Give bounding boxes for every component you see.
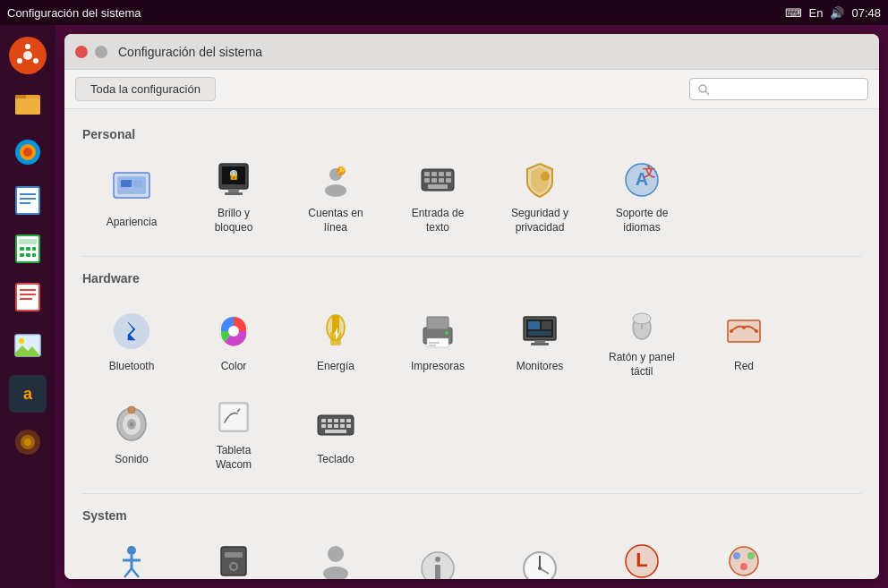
svg-point-1 [23, 51, 32, 60]
all-settings-button[interactable]: Toda la configuración [75, 77, 216, 101]
settings-sidebar-icon [12, 426, 44, 458]
doc-icon [12, 281, 44, 313]
red-label: Red [734, 360, 754, 374]
svg-rect-71 [429, 342, 440, 344]
search-input[interactable] [713, 82, 864, 96]
svg-point-108 [127, 546, 136, 555]
cuentas-usuario-icon [312, 540, 359, 579]
image-icon [12, 329, 44, 362]
svg-point-131 [747, 552, 755, 559]
svg-rect-107 [325, 430, 346, 433]
svg-rect-102 [321, 424, 326, 428]
svg-rect-21 [26, 253, 30, 257]
svg-rect-103 [328, 424, 332, 428]
sidebar-item-image[interactable] [4, 322, 51, 369]
item-teclado[interactable]: Teclado [286, 389, 385, 479]
svg-rect-36 [121, 180, 132, 187]
svg-rect-25 [20, 294, 36, 295]
divider-hardware [82, 256, 861, 257]
close-button[interactable] [75, 46, 88, 58]
svg-rect-53 [424, 178, 430, 183]
item-impresoras[interactable]: Impresoras [388, 296, 487, 386]
item-seguridad[interactable]: Seguridad y privacidad [491, 152, 589, 242]
item-software[interactable]: Software y actualizaciones [695, 533, 793, 579]
svg-rect-22 [32, 253, 36, 257]
svg-rect-57 [428, 184, 448, 189]
software-icon [721, 540, 767, 579]
svg-rect-114 [225, 552, 243, 558]
item-acceso[interactable]: Acceso universal [82, 533, 181, 579]
svg-rect-105 [340, 424, 345, 428]
taskbar-right: ⌨ En 🔊 07:48 [785, 6, 881, 20]
item-color[interactable]: Color [184, 296, 283, 386]
svg-rect-94 [221, 405, 246, 430]
teclado-label: Teclado [317, 453, 354, 467]
svg-rect-78 [528, 321, 540, 329]
keyboard-icon[interactable]: ⌨ [785, 6, 802, 20]
sidebar-item-calc[interactable] [4, 226, 51, 272]
sidebar-item-doc[interactable] [4, 274, 51, 320]
color-label: Color [221, 360, 247, 374]
item-energia[interactable]: Energía [286, 296, 385, 386]
svg-rect-40 [228, 189, 239, 192]
svg-point-87 [742, 326, 746, 329]
sidebar-item-firefox[interactable] [4, 129, 51, 175]
svg-point-116 [231, 564, 236, 569]
entrada-icon [414, 158, 461, 201]
svg-point-73 [445, 331, 448, 335]
sonido-label: Sonido [115, 453, 148, 467]
svg-rect-24 [20, 289, 36, 291]
svg-text:文: 文 [643, 165, 655, 179]
svg-point-117 [328, 546, 344, 562]
svg-rect-26 [20, 298, 32, 300]
sidebar-item-text[interactable] [4, 177, 51, 224]
item-monitores[interactable]: Monitores [491, 296, 589, 386]
item-sonido[interactable]: Sonido [82, 389, 181, 479]
svg-rect-16 [19, 239, 37, 244]
item-entrada[interactable]: Entrada de texto [388, 152, 487, 242]
detalles-icon [414, 545, 461, 579]
bluetooth-icon [108, 308, 155, 354]
svg-point-10 [23, 148, 32, 157]
lang-indicator[interactable]: En [809, 6, 824, 20]
item-landscape[interactable]: L Servicio Landscape [593, 533, 691, 579]
bluetooth-label: Bluetooth [109, 360, 155, 374]
item-cuentas-usuario[interactable]: Cuentas de usuario [286, 533, 385, 579]
item-raton[interactable]: Ratón y panel táctil [593, 296, 691, 386]
energia-label: Energía [317, 360, 354, 374]
search-icon [697, 83, 710, 96]
svg-rect-77 [531, 343, 549, 345]
tableta-label: Tableta Wacom [216, 444, 252, 472]
ubuntu-icon [15, 43, 40, 68]
svg-line-111 [124, 568, 132, 577]
section-header-personal: Personal [82, 127, 861, 141]
item-fecha[interactable]: Fecha y hora [491, 533, 589, 579]
minimize-button[interactable] [95, 46, 107, 58]
svg-text:🔒: 🔒 [228, 169, 240, 181]
svg-rect-23 [16, 284, 39, 311]
item-copias[interactable]: Copias de seguridad [184, 533, 283, 579]
item-brillo[interactable]: 🔒 Brillo y bloqueo [184, 152, 283, 242]
item-red[interactable]: Red [695, 296, 793, 386]
item-soporte[interactable]: A 文 Soporte de idiomas [593, 152, 691, 242]
item-apariencia[interactable]: Apariencia [82, 152, 181, 242]
svg-point-91 [130, 422, 133, 427]
svg-rect-41 [225, 192, 243, 195]
volume-icon[interactable]: 🔊 [830, 6, 844, 20]
search-box [689, 78, 868, 100]
entrada-label: Entrada de texto [412, 207, 465, 234]
svg-point-2 [25, 44, 30, 49]
sidebar-item-ubuntu[interactable] [4, 32, 51, 79]
sidebar-item-files[interactable] [4, 81, 51, 127]
svg-rect-104 [334, 424, 338, 428]
svg-rect-11 [16, 187, 39, 214]
item-tableta[interactable]: Tableta Wacom [184, 389, 283, 479]
sidebar-item-settings[interactable] [4, 419, 51, 465]
sidebar-item-amazon[interactable]: a [4, 371, 51, 417]
brillo-icon: 🔒 [210, 158, 257, 201]
item-bluetooth[interactable]: Bluetooth [82, 296, 181, 386]
item-cuentas-linea[interactable]: 🔑 Cuentas en línea [286, 152, 385, 242]
svg-rect-101 [346, 419, 351, 422]
item-detalles[interactable]: Detalles [388, 533, 487, 579]
red-icon [721, 308, 767, 354]
